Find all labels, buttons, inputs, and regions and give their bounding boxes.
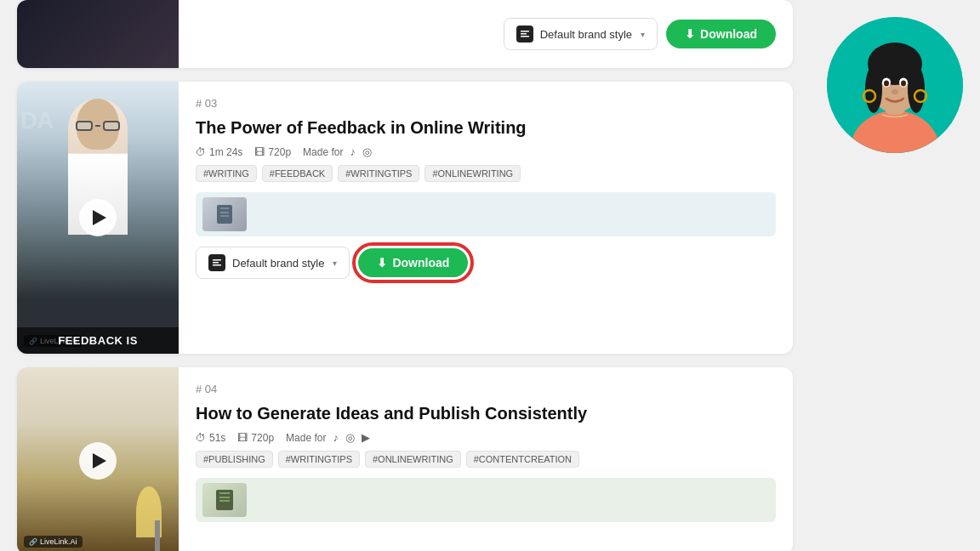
video-card-04: 🔗 LiveLink.Ai # 04 How to Generate Ideas…: [17, 367, 793, 551]
tiktok-icon-04: ♪: [333, 431, 339, 444]
card-meta-03: ⏱ 1m 24s 🎞 720p Made for ♪ ◎: [196, 145, 776, 158]
brand-style-button-03[interactable]: Default brand style ▾: [196, 247, 350, 279]
download-button-03[interactable]: ⬇ Download: [358, 248, 468, 277]
brand-style-button-top[interactable]: Default brand style ▾: [504, 18, 658, 50]
clock-icon-03: ⏱: [196, 146, 206, 158]
livelink-label-04: LiveLink.Ai: [40, 537, 77, 546]
main-content: Default brand style ▾ ⬇ Download: [0, 0, 810, 551]
svg-rect-3: [213, 259, 221, 261]
svg-rect-2: [521, 36, 529, 37]
tags-row-04: #PUBLISHING #WRITINGTIPS #ONLINEWRITING …: [196, 451, 776, 468]
svg-rect-1: [521, 33, 527, 35]
preview-thumbnail-04: [202, 483, 247, 517]
download-label-03: Download: [392, 256, 449, 270]
preview-thumb-inner-03: [202, 197, 247, 231]
play-icon-03: [93, 210, 106, 225]
thumbnail-04: 🔗 LiveLink.Ai: [17, 367, 179, 551]
card-meta-04: ⏱ 51s 🎞 720p Made for ♪ ◎ ▶: [196, 431, 776, 444]
svg-rect-4: [213, 262, 219, 264]
feedback-overlay: FEEDBACK IS: [17, 327, 179, 354]
card-title-03: The Power of Feedback in Online Writing: [196, 116, 776, 139]
svg-rect-5: [213, 264, 221, 266]
tag-publishing: #PUBLISHING: [196, 451, 273, 468]
clock-icon-04: ⏱: [196, 432, 206, 444]
avatar-circle: [827, 17, 963, 153]
download-icon-top: ⬇: [685, 27, 695, 41]
made-for-item-04: Made for ♪ ◎ ▶: [286, 431, 370, 444]
tag-onlinewriting: #ONLINEWRITING: [424, 165, 521, 182]
preview-row-04: [196, 478, 776, 522]
resolution-label-04: 720p: [251, 432, 274, 444]
partial-thumbnail: [17, 0, 179, 68]
play-button-03[interactable]: [79, 199, 117, 236]
tag-writingtips2: #WRITINGTIPS: [278, 451, 360, 468]
instagram-icon-03: ◎: [362, 145, 372, 158]
duration-label-03: 1m 24s: [209, 146, 242, 158]
page-container: Default brand style ▾ ⬇ Download: [0, 0, 980, 551]
brand-icon: [516, 26, 533, 43]
card-title-04: How to Generate Ideas and Publish Consis…: [196, 402, 776, 424]
resolution-label-03: 720p: [268, 146, 291, 158]
resolution-item-03: 🎞 720p: [254, 146, 291, 158]
brand-icon-03: [208, 254, 225, 271]
tag-writing: #WRITING: [196, 165, 257, 182]
preview-thumb-inner-04: [202, 483, 247, 517]
made-for-item-03: Made for ♪ ◎: [303, 145, 372, 158]
download-button-top[interactable]: ⬇ Download: [666, 20, 776, 48]
duration-item-03: ⏱ 1m 24s: [196, 146, 242, 158]
tags-row-03: #WRITING #FEEDBACK #WRITINGTIPS #ONLINEW…: [196, 165, 776, 182]
tag-feedback: #FEEDBACK: [262, 165, 333, 182]
duration-item-04: ⏱ 51s: [196, 432, 225, 444]
chevron-icon-top: ▾: [641, 30, 645, 39]
duration-label-04: 51s: [209, 432, 225, 444]
svg-point-16: [901, 81, 906, 87]
svg-point-17: [892, 89, 898, 94]
avatar-svg: [827, 17, 963, 153]
svg-point-15: [884, 81, 889, 87]
profile-area: [810, 0, 980, 551]
card-info-04: # 04 How to Generate Ideas and Publish C…: [179, 367, 793, 551]
tag-contentcreation: #CONTENTCREATION: [466, 451, 579, 468]
card-number-04: # 04: [196, 383, 776, 395]
resolution-icon-03: 🎞: [254, 146, 265, 158]
card-number-03: # 03: [196, 97, 776, 110]
tag-writingtips: #WRITINGTIPS: [338, 165, 419, 182]
tag-onlinewriting2: #ONLINEWRITING: [365, 451, 461, 468]
brand-style-label-top: Default brand style: [540, 28, 632, 41]
download-row-03: Default brand style ▾ ⬇ Download: [196, 247, 776, 279]
video-card-partial: Default brand style ▾ ⬇ Download: [17, 0, 793, 68]
chevron-icon-03: ▾: [333, 258, 337, 268]
resolution-icon-04: 🎞: [237, 432, 248, 444]
svg-rect-0: [521, 31, 529, 32]
resolution-item-04: 🎞 720p: [237, 432, 274, 444]
youtube-icon-04: ▶: [362, 431, 370, 444]
download-label-top: Download: [700, 27, 757, 41]
preview-row-03: [196, 192, 776, 236]
instagram-icon-04: ◎: [345, 431, 355, 444]
card-info-03: # 03 The Power of Feedback in Online Wri…: [179, 82, 793, 354]
download-highlight-ring: ⬇ Download: [358, 248, 468, 277]
play-button-04[interactable]: [79, 442, 117, 480]
preview-thumbnail-03: [202, 197, 247, 231]
thumbnail-03: DA 🔗 LiveLink.Ai FEEDBACK IS: [17, 82, 179, 354]
livelink-badge-04: 🔗 LiveLink.Ai: [24, 536, 83, 548]
brand-style-label-03: Default brand style: [232, 257, 324, 270]
video-card-03: DA 🔗 LiveLink.Ai FEEDBACK IS # 03 The Po…: [17, 82, 793, 354]
made-for-label-04: Made for: [286, 432, 326, 444]
play-icon-04: [93, 453, 106, 469]
partial-card-info: Default brand style ▾ ⬇ Download: [179, 0, 793, 68]
tiktok-icon-03: ♪: [350, 145, 356, 158]
made-for-label-03: Made for: [303, 146, 343, 158]
download-icon-03: ⬇: [377, 256, 387, 270]
